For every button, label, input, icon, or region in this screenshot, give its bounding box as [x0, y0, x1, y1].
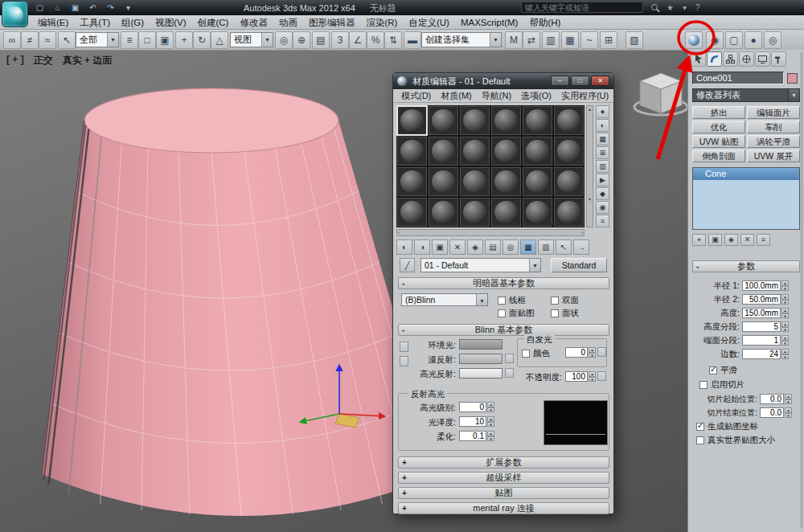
- material-slot[interactable]: [490, 197, 522, 227]
- modifier-stack[interactable]: Cone: [692, 167, 800, 230]
- modifier-button-bevel-profile[interactable]: 倒角剖面: [692, 149, 745, 162]
- me-menu-navigation[interactable]: 导航(N): [477, 90, 516, 102]
- glossiness-input[interactable]: 10: [459, 416, 486, 427]
- snap-toggle-icon[interactable]: 3: [331, 31, 349, 49]
- generate-mapping-coords-checkbox[interactable]: 生成贴图坐标: [696, 421, 758, 432]
- material-slot[interactable]: [459, 166, 490, 197]
- layer-manager-icon[interactable]: ▥: [542, 31, 560, 49]
- radius1-spinner[interactable]: ▴▾: [781, 280, 789, 291]
- diffuse-map-button[interactable]: [505, 354, 514, 363]
- two-sided-checkbox[interactable]: 双面: [551, 295, 579, 306]
- put-to-library-icon[interactable]: ▤: [485, 239, 501, 255]
- material-slot[interactable]: [396, 166, 428, 197]
- stack-item-cone[interactable]: Cone: [693, 168, 799, 180]
- wireframe-checkbox[interactable]: 线框: [498, 295, 526, 306]
- opacity-map-button[interactable]: [597, 371, 606, 381]
- get-material-icon[interactable]: ◐: [396, 239, 412, 255]
- opacity-input[interactable]: 100: [565, 371, 588, 382]
- specular-level-input[interactable]: 0: [459, 402, 486, 412]
- material-slot[interactable]: [490, 105, 522, 136]
- blinn-basic-params-rollout[interactable]: -Blinn 基本参数: [398, 324, 609, 336]
- material-slot[interactable]: [553, 166, 585, 197]
- material-id-icon[interactable]: ◎: [503, 239, 519, 255]
- tab-modify[interactable]: [707, 51, 722, 67]
- material-slot[interactable]: [459, 136, 490, 166]
- me-menu-utilities[interactable]: 实用程序(U): [556, 90, 613, 102]
- new-file-icon[interactable]: ▢: [34, 2, 46, 14]
- modifier-button-optimize[interactable]: 优化: [692, 121, 745, 133]
- slice-to-spinner[interactable]: ▴▾: [785, 407, 792, 418]
- tab-display[interactable]: [755, 51, 770, 67]
- reference-coordinate-dropdown[interactable]: 视图▾: [230, 32, 273, 47]
- material-slot[interactable]: [553, 197, 585, 227]
- menu-help[interactable]: 帮助(H): [523, 15, 566, 30]
- material-slot[interactable]: [553, 105, 585, 136]
- chevron-down-icon[interactable]: ▾: [261, 33, 273, 47]
- quickaccess-dropdown-icon[interactable]: ▾: [122, 2, 134, 14]
- angle-snap-icon[interactable]: ∠: [349, 31, 367, 49]
- material-editor-titlebar[interactable]: 材质编辑器 - 01 - Default − □ ✕: [393, 73, 613, 89]
- height-segments-spinner[interactable]: ▴▾: [781, 321, 789, 332]
- material-name-dropdown[interactable]: 01 - Default▾: [420, 258, 541, 272]
- close-button[interactable]: ✕: [591, 76, 609, 86]
- height-input[interactable]: 150.0mm: [742, 308, 781, 318]
- make-preview-icon[interactable]: ▶: [596, 174, 609, 186]
- material-slot-active[interactable]: [396, 105, 428, 136]
- chevron-down-icon[interactable]: ▾: [107, 33, 118, 47]
- selection-filter-dropdown[interactable]: 全部▾: [76, 32, 119, 47]
- sample-type-icon[interactable]: ●: [596, 105, 609, 118]
- select-and-scale-icon[interactable]: △: [211, 31, 228, 49]
- edit-named-selections-icon[interactable]: ▬: [404, 31, 421, 49]
- self-illum-map-button[interactable]: [597, 347, 606, 357]
- mental-ray-connection-rollout[interactable]: +mental ray 连接: [398, 502, 609, 514]
- me-menu-options[interactable]: 选项(O): [516, 90, 556, 102]
- slice-to-input[interactable]: 0.0: [760, 407, 784, 418]
- specular-map-button[interactable]: [505, 368, 514, 378]
- height-spinner[interactable]: ▴▾: [781, 308, 789, 318]
- slots-vertical-scrollbar[interactable]: ▴▾: [586, 105, 593, 227]
- mirror-icon[interactable]: M: [505, 31, 523, 49]
- chevron-down-icon[interactable]: ▾: [476, 294, 487, 305]
- graphite-toggle-icon[interactable]: ▦: [561, 31, 579, 49]
- rendered-frame-window-icon[interactable]: ▢: [725, 31, 743, 49]
- select-and-manipulate-icon[interactable]: ⊕: [293, 31, 310, 49]
- soften-spinner[interactable]: ▴▾: [487, 431, 494, 441]
- opacity-spinner[interactable]: ▴▾: [589, 371, 596, 382]
- search-options-dropdown-icon[interactable]: ▾: [683, 3, 687, 12]
- menu-maxscript[interactable]: MAXScript(M): [455, 15, 524, 30]
- render-production-icon[interactable]: ●: [745, 31, 762, 49]
- select-and-link-icon[interactable]: ∞: [3, 31, 21, 49]
- options-icon[interactable]: ◆: [596, 187, 609, 200]
- material-slot[interactable]: [522, 197, 553, 227]
- modifier-button-lathe[interactable]: 车削: [747, 121, 800, 133]
- cap-segments-input[interactable]: 1: [742, 335, 781, 346]
- ambient-color-swatch[interactable]: [459, 339, 503, 350]
- viewport-menu-label[interactable]: [ + ]: [6, 54, 24, 68]
- favorites-star-icon[interactable]: ★: [667, 3, 674, 12]
- select-by-material-icon[interactable]: ◉: [596, 201, 609, 214]
- chevron-down-icon[interactable]: ▾: [529, 259, 540, 272]
- pin-stack-icon[interactable]: ⌖: [692, 234, 706, 246]
- scene-explorer-icon[interactable]: ▧: [626, 31, 643, 49]
- help-icon[interactable]: ?: [695, 3, 700, 12]
- 3dsmax-logo[interactable]: [2, 1, 28, 27]
- extended-params-rollout[interactable]: +扩展参数: [398, 456, 609, 469]
- cap-segments-spinner[interactable]: ▴▾: [781, 335, 789, 346]
- schematic-view-icon[interactable]: ⊞: [600, 31, 617, 49]
- slice-from-input[interactable]: 0.0: [760, 394, 784, 404]
- menu-modifiers[interactable]: 修改器: [234, 15, 273, 30]
- real-world-map-size-checkbox[interactable]: 真实世界贴图大小: [696, 435, 775, 446]
- make-unique-icon[interactable]: ◈: [467, 239, 483, 255]
- go-forward-sibling-icon[interactable]: →: [573, 239, 589, 255]
- menu-graph-editors[interactable]: 图形编辑器: [303, 15, 361, 30]
- menu-rendering[interactable]: 渲染(R): [360, 15, 403, 30]
- tab-create[interactable]: [691, 51, 706, 67]
- menu-views[interactable]: 视图(V): [150, 15, 191, 30]
- chevron-down-icon[interactable]: ▾: [788, 89, 799, 101]
- select-object-icon[interactable]: ↖: [58, 31, 76, 49]
- sides-input[interactable]: 24: [742, 349, 781, 359]
- modifier-button-extrude[interactable]: 挤出: [692, 106, 745, 119]
- maps-rollout[interactable]: +贴图: [398, 487, 609, 499]
- search-icon[interactable]: [651, 4, 658, 10]
- radius2-input[interactable]: 50.0mm: [742, 294, 781, 305]
